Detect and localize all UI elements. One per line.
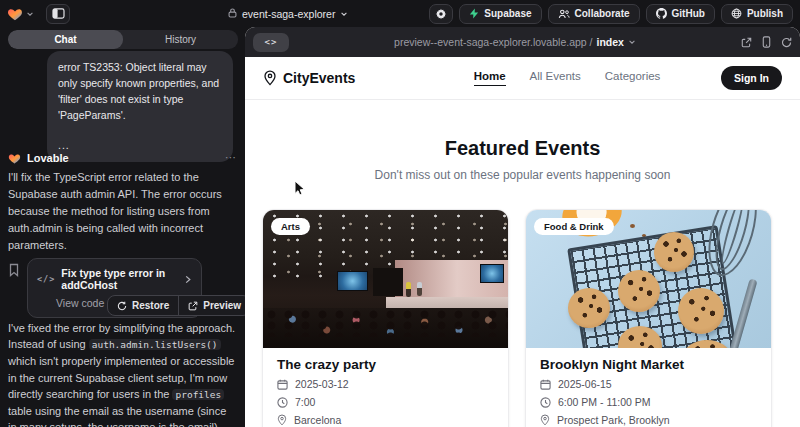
inline-code-profiles: profiles [172,389,224,400]
preview-pane: <> preview--event-saga-explorer.lovable.… [245,27,800,427]
sign-in-button[interactable]: Sign In [721,66,782,90]
mouse-cursor [294,180,306,197]
code-change-title-row: </> Fix type type error in addCoHost [37,267,192,291]
map-pin-icon [263,70,277,86]
user-message-bubble: error TS2353: Object literal may only sp… [47,51,233,162]
nav-home[interactable]: Home [474,70,506,86]
settings-button[interactable] [429,4,453,24]
external-link-icon [188,301,198,311]
chevron-right-icon [184,275,192,284]
collaborate-button[interactable]: Collaborate [548,4,640,24]
preview-label: Preview [203,300,241,311]
bookmark-icon[interactable] [8,263,20,318]
code-brackets-icon: </> [37,274,55,284]
event-card-crazy-party[interactable]: Arts The crazy party 2025-03-12 [262,209,509,427]
event-location-row: Prospect Park, Brooklyn [540,414,757,426]
event-time: 7:00 [295,396,315,408]
supabase-button[interactable]: Supabase [459,4,541,24]
inline-code-listusers: auth.admin.listUsers() [89,339,221,350]
restore-preview-toolbar: Restore Preview [107,295,251,316]
github-label: GitHub [672,8,705,19]
refresh-button[interactable] [781,37,792,48]
event-date-row: 2025-03-12 [277,378,494,390]
preview-url-dropdown[interactable]: preview--event-saga-explorer.lovable.app… [289,36,741,48]
event-card-brooklyn-market[interactable]: Food & Drink Brooklyn Night Market 2025-… [525,209,772,427]
refresh-icon [781,37,792,48]
assistant-message-2: I've fixed the error by simplifying the … [8,320,236,427]
collaborate-label: Collaborate [575,8,630,19]
chevron-down-icon [26,10,34,18]
smartphone-icon [762,36,771,48]
panel-left-icon [52,8,65,19]
map-pin-icon [540,414,550,426]
user-error-text: error TS2353: Object literal may only sp… [58,59,222,123]
github-button[interactable]: GitHub [646,4,715,24]
top-bar: event-saga-explorer Supabase [0,0,800,27]
chevron-down-icon [628,38,636,46]
assistant-name: Lovable [27,152,69,164]
preview-url-page: index [597,36,624,48]
restore-icon [117,301,127,311]
hero-section: Featured Events Don't miss out on these … [245,100,800,182]
top-bar-actions: Supabase Collaborate GitHub [429,4,793,24]
open-in-new-tab-button[interactable] [741,37,752,48]
event-image-cookies: Food & Drink [526,210,771,348]
event-location: Prospect Park, Brooklyn [557,414,670,426]
site-header: CityEvents Home All Events Categories Si… [245,57,800,100]
restore-label: Restore [132,300,169,311]
nav-categories[interactable]: Categories [605,70,661,86]
event-card-body: The crazy party 2025-03-12 7:00 [263,348,508,427]
event-location-row: Barcelona [277,414,494,426]
supabase-label: Supabase [484,8,531,19]
category-badge: Food & Drink [534,218,614,235]
brand-name: CityEvents [283,70,355,86]
nav-all-events[interactable]: All Events [530,70,581,86]
event-time: 6:00 PM - 11:00 PM [558,396,651,408]
chat-history-tabs: Chat History [8,30,238,49]
restore-button[interactable]: Restore [108,296,178,315]
project-name: event-saga-explorer [242,8,335,20]
message-2-part-3: table using the email as the username (s… [8,405,226,427]
site-viewport: CityEvents Home All Events Categories Si… [245,57,800,427]
tab-chat[interactable]: Chat [8,30,123,49]
event-location: Barcelona [294,414,341,426]
lovable-logo-menu[interactable] [7,6,34,21]
publish-button[interactable]: Publish [721,4,793,24]
more-options-icon[interactable]: ⋯ [225,151,237,164]
toggle-sidebar-button[interactable] [46,4,70,24]
publish-label: Publish [747,8,783,19]
code-brackets-icon: <> [265,37,278,47]
clock-icon [277,397,288,408]
assistant-header: Lovable ⋯ [8,151,237,164]
lovable-heart-icon [7,6,23,21]
clock-icon [540,397,551,408]
hero-subtitle: Don't miss out on these popular events h… [245,168,800,182]
tab-history[interactable]: History [123,30,238,49]
event-image-conference: Arts [263,210,508,348]
people-icon [558,9,570,19]
site-brand[interactable]: CityEvents [263,70,413,86]
preview-url-host: preview--event-saga-explorer.lovable.app… [394,36,592,48]
external-link-icon [741,37,752,48]
chat-sidebar: Chat History error TS2353: Object litera… [0,27,245,427]
mobile-view-button[interactable] [762,36,771,48]
event-time-row: 7:00 [277,396,494,408]
calendar-icon [540,379,551,390]
hero-title: Featured Events [245,137,800,160]
event-title: Brooklyn Night Market [540,357,757,372]
lovable-app-window: event-saga-explorer Supabase [0,0,800,427]
map-pin-icon [277,414,287,426]
calendar-icon [277,379,288,390]
lock-icon [228,8,237,20]
code-view-toggle[interactable]: <> [253,33,289,52]
assistant-message-1: I'll fix the TypeScript error related to… [8,169,236,254]
github-icon [656,8,667,19]
event-date: 2025-06-15 [558,378,612,390]
preview-button[interactable]: Preview [179,296,250,315]
project-switcher[interactable]: event-saga-explorer [222,4,354,23]
site-nav: Home All Events Categories [413,70,721,86]
chevron-down-icon [340,10,348,18]
code-change-title: Fix type type error in addCoHost [61,267,178,291]
globe-icon [731,8,742,19]
category-badge: Arts [271,218,310,235]
